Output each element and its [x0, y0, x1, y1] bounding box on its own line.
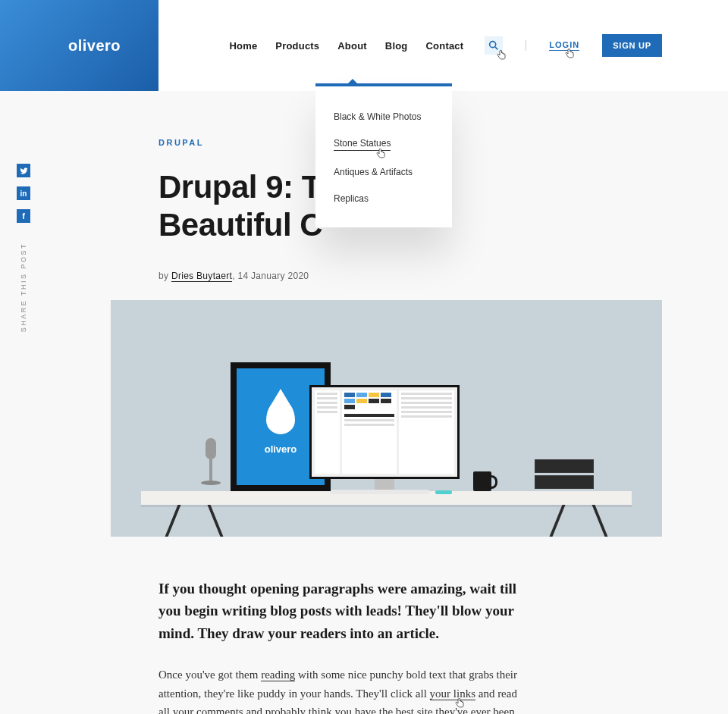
header: Home Products About Blog Contact LOGIN S…: [158, 0, 728, 91]
nav-item-home[interactable]: Home: [229, 40, 257, 52]
twitter-icon[interactable]: [17, 164, 30, 177]
nav-item-products[interactable]: Products: [275, 40, 319, 52]
cursor-hand-icon: [454, 698, 465, 710]
cursor-hand-icon: [375, 149, 386, 161]
microphone: [199, 438, 223, 491]
title-line-1: Drupal 9: T: [158, 169, 321, 205]
signup-button[interactable]: SIGN UP: [602, 34, 662, 57]
author-link[interactable]: Dries Buytaert: [171, 271, 232, 282]
monitor-right: [309, 385, 460, 479]
facebook-icon[interactable]: f: [17, 209, 30, 223]
coffee-mug: [473, 471, 491, 491]
article-paragraph: Once you've got them reading with some n…: [158, 665, 530, 714]
link-label: your links: [430, 687, 475, 700]
search-button[interactable]: [485, 36, 503, 55]
cursor-hand-icon: [564, 49, 575, 61]
dropdown-item-label: Stone Statues: [334, 138, 391, 149]
logo-block[interactable]: olivero: [0, 0, 158, 91]
dropdown-item-replicas[interactable]: Replicas: [334, 193, 369, 204]
title-line-2: Beautiful C: [158, 207, 322, 243]
hero-brand-text: olivero: [265, 443, 297, 455]
byline-date: , 14 January 2020: [232, 271, 309, 281]
brand-name: olivero: [68, 37, 121, 55]
dropdown-item-bw-photos[interactable]: Black & White Photos: [334, 111, 421, 122]
svg-line-1: [495, 47, 497, 49]
linkedin-icon[interactable]: in: [17, 186, 30, 200]
storage-boxes: [535, 459, 594, 491]
nav-item-contact[interactable]: Contact: [426, 40, 464, 52]
byline-prefix: by: [158, 271, 171, 281]
nav-item-blog[interactable]: Blog: [385, 40, 408, 52]
nav-item-about[interactable]: About: [337, 40, 367, 52]
inline-link-your-links[interactable]: your links: [430, 687, 475, 700]
login-link[interactable]: LOGIN: [549, 40, 579, 51]
nav-divider: [526, 40, 526, 51]
para-text: Once you've got them: [158, 669, 261, 681]
cursor-hand-icon: [495, 50, 506, 62]
desk-leg: [171, 505, 217, 537]
article-byline: by Dries Buytaert, 14 January 2020: [158, 271, 728, 281]
hero-image: olivero: [111, 300, 662, 537]
inline-link-reading[interactable]: reading: [261, 669, 295, 681]
drupal-drop-icon: [266, 399, 295, 434]
desk-leg: [556, 505, 601, 537]
mouse: [435, 490, 452, 494]
dropdown-item-stone-statues[interactable]: Stone Statues: [334, 138, 391, 151]
article-lead: If you thought opening paragraphs were a…: [158, 578, 530, 644]
share-sidebar: in f SHARE THIS POST: [17, 164, 30, 332]
dropdown-bar: [315, 83, 452, 86]
svg-point-0: [490, 42, 496, 48]
article-body: If you thought opening paragraphs were a…: [158, 578, 530, 714]
monitor-right-screen: [312, 387, 457, 477]
primary-nav: Home Products About Blog Contact LOGIN S…: [229, 34, 662, 57]
share-label: SHARE THIS POST: [20, 243, 27, 332]
products-dropdown: Black & White Photos Stone Statues Antiq…: [315, 86, 452, 227]
keyboard: [331, 490, 429, 494]
dropdown-item-antiques[interactable]: Antiques & Artifacts: [334, 167, 413, 177]
